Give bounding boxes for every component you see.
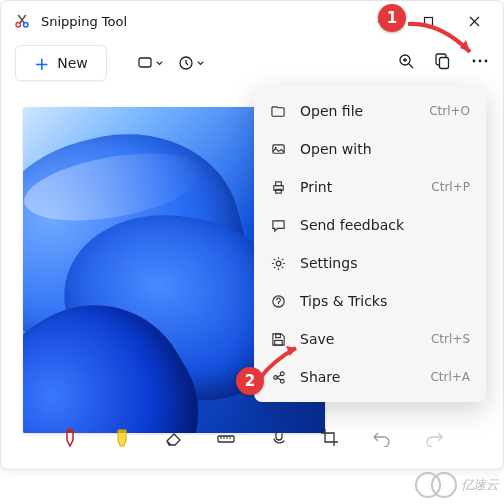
new-snip-button[interactable]: + New: [15, 45, 107, 81]
menu-item-share[interactable]: Share Ctrl+A: [254, 358, 486, 396]
copy-button[interactable]: [435, 53, 451, 74]
crop-tool[interactable]: [318, 426, 342, 450]
menu-shortcut: Ctrl+A: [430, 370, 470, 384]
menu-label: Open with: [300, 141, 372, 157]
svg-point-8: [473, 60, 476, 63]
tips-icon: [270, 294, 286, 309]
menu-label: Open file: [300, 103, 363, 119]
settings-icon: [270, 256, 286, 271]
tutorial-callout-1: 1: [378, 4, 406, 32]
svg-rect-11: [118, 430, 126, 433]
share-icon: [270, 370, 286, 385]
menu-item-save[interactable]: Save Ctrl+S: [254, 320, 486, 358]
plus-icon: +: [34, 53, 49, 74]
snip-mode-dropdown[interactable]: [137, 55, 164, 71]
undo-button[interactable]: [370, 426, 394, 450]
folder-open-icon: [270, 104, 286, 119]
menu-item-tips-tricks[interactable]: Tips & Tricks: [254, 282, 486, 320]
svg-point-24: [280, 379, 284, 383]
svg-point-10: [485, 60, 488, 63]
close-button[interactable]: [451, 1, 497, 41]
menu-item-open-with[interactable]: Open with: [254, 130, 486, 168]
highlighter-tool[interactable]: [110, 426, 134, 450]
menu-item-send-feedback[interactable]: Send feedback: [254, 206, 486, 244]
menu-item-settings[interactable]: Settings: [254, 244, 486, 282]
save-icon: [270, 332, 286, 347]
menu-label: Send feedback: [300, 217, 404, 233]
toolbar: + New: [1, 41, 503, 85]
svg-point-9: [479, 60, 482, 63]
svg-point-22: [280, 371, 284, 375]
zoom-button[interactable]: [398, 53, 415, 74]
menu-label: Settings: [300, 255, 357, 271]
svg-rect-12: [218, 436, 234, 442]
menu-label: Tips & Tricks: [300, 293, 387, 309]
app-icon: [13, 12, 31, 30]
menu-label: Save: [300, 331, 334, 347]
eraser-tool[interactable]: [162, 426, 186, 450]
feedback-icon: [270, 218, 286, 233]
menu-label: Share: [300, 369, 340, 385]
svg-rect-16: [275, 181, 281, 185]
svg-rect-21: [274, 340, 282, 345]
redo-button[interactable]: [422, 426, 446, 450]
print-icon: [270, 180, 286, 195]
bottom-toolbar: [1, 417, 503, 459]
watermark-text: 亿速云: [461, 476, 499, 494]
menu-item-print[interactable]: Print Ctrl+P: [254, 168, 486, 206]
menu-shortcut: Ctrl+S: [431, 332, 470, 346]
ballpoint-pen-tool[interactable]: [58, 426, 82, 450]
new-button-label: New: [57, 55, 88, 71]
menu-shortcut: Ctrl+O: [429, 104, 470, 118]
watermark: 亿速云: [415, 472, 499, 498]
menu-shortcut: Ctrl+P: [431, 180, 470, 194]
svg-rect-3: [424, 17, 432, 25]
more-options-menu: Open file Ctrl+O Open with Print Ctrl+P …: [254, 86, 486, 402]
maximize-button[interactable]: [405, 1, 451, 41]
svg-point-18: [276, 261, 281, 266]
open-with-icon: [270, 142, 286, 157]
touch-writing-tool[interactable]: [266, 426, 290, 450]
tutorial-callout-2: 2: [236, 367, 264, 395]
svg-rect-4: [139, 58, 151, 67]
delay-dropdown[interactable]: [178, 55, 205, 71]
svg-rect-7: [440, 57, 449, 68]
window-title: Snipping Tool: [41, 14, 127, 29]
ruler-tool[interactable]: [214, 426, 238, 450]
more-menu-button[interactable]: [471, 53, 489, 73]
svg-rect-20: [275, 333, 280, 337]
titlebar: Snipping Tool: [1, 1, 503, 41]
menu-item-open-file[interactable]: Open file Ctrl+O: [254, 92, 486, 130]
menu-label: Print: [300, 179, 332, 195]
